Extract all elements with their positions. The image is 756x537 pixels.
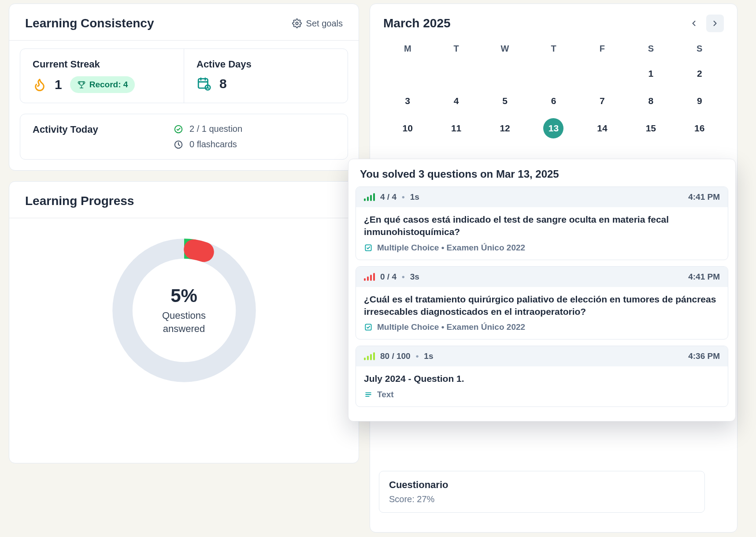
gear-icon <box>292 19 302 28</box>
calendar-day[interactable]: 6 <box>543 91 563 111</box>
calendar-dow: T <box>529 40 578 60</box>
active-days-cell: Active Days 8 <box>184 49 348 103</box>
quiz-result-sub: Score: 27% <box>389 494 695 504</box>
question-card[interactable]: 0 / 4 • 3s 4:41 PM ¿Cuál es el tratamien… <box>356 266 728 340</box>
calendar-dow: W <box>481 40 529 60</box>
question-header: 0 / 4 • 3s 4:41 PM <box>356 267 728 287</box>
checkbox-icon <box>364 243 373 252</box>
question-score: 4 / 4 <box>380 192 397 202</box>
question-duration: 3s <box>410 272 419 282</box>
calendar-day[interactable]: 15 <box>641 118 661 138</box>
active-days-label: Active Days <box>196 59 335 70</box>
question-meta: Multiple Choice • Examen Único 2022 <box>377 322 525 332</box>
question-title: July 2024 - Question 1. <box>364 373 720 385</box>
current-streak-label: Current Streak <box>33 59 171 70</box>
current-streak-cell: Current Streak 1 Record: 4 <box>20 49 184 103</box>
current-streak-value: 1 <box>55 77 62 92</box>
question-card[interactable]: 80 / 100 • 1s 4:36 PM July 2024 - Questi… <box>356 346 728 406</box>
text-icon <box>364 390 373 399</box>
activity-today-card: Activity Today 2 / 1 question 0 flashcar… <box>20 114 348 160</box>
calendar-day[interactable]: 16 <box>689 118 710 138</box>
activity-flashcards-line: 0 flashcards <box>174 139 242 149</box>
svg-rect-1 <box>198 79 208 88</box>
question-score: 0 / 4 <box>380 272 397 282</box>
chevron-right-icon <box>711 19 719 28</box>
calendar-cell[interactable]: 12 <box>481 115 529 142</box>
question-time: 4:36 PM <box>688 351 720 361</box>
calendar-cell[interactable]: 4 <box>432 87 480 115</box>
question-header: 4 / 4 • 1s 4:41 PM <box>356 187 728 207</box>
clock-icon <box>174 140 183 149</box>
calendar-day[interactable]: 2 <box>689 63 710 84</box>
calendar-cell[interactable]: 3 <box>383 87 432 115</box>
consistency-title: Learning Consistency <box>25 16 154 30</box>
progress-title: Learning Progress <box>25 194 134 208</box>
calendar-day[interactable]: 14 <box>592 118 612 138</box>
calendar-cell[interactable]: 1 <box>626 60 675 87</box>
question-header: 80 / 100 • 1s 4:36 PM <box>356 346 728 366</box>
calendar-cell[interactable]: 2 <box>675 60 724 87</box>
quiz-result-card[interactable]: Cuestionario Score: 27% <box>379 471 705 513</box>
activity-questions-line: 2 / 1 question <box>174 124 242 134</box>
calendar-day[interactable]: 5 <box>495 91 515 111</box>
calendar-cell[interactable]: 15 <box>626 115 675 142</box>
calendar-day[interactable]: 7 <box>592 91 612 111</box>
calendar-cell[interactable]: 6 <box>529 87 578 115</box>
question-meta: Text <box>377 390 394 399</box>
activity-today-label: Activity Today <box>33 124 156 135</box>
calendar-day[interactable]: 12 <box>495 118 515 138</box>
calendar-day[interactable]: 10 <box>397 118 418 138</box>
record-label: Record: 4 <box>89 80 128 90</box>
calendar-title: March 2025 <box>383 16 451 30</box>
day-activity-popover: You solved 3 questions on Mar 13, 2025 4… <box>348 159 736 421</box>
calendar-dow: M <box>383 40 432 60</box>
calendar-cell[interactable]: 11 <box>432 115 480 142</box>
calendar-dow: T <box>432 40 480 60</box>
calendar-day[interactable]: 1 <box>641 63 661 84</box>
svg-point-0 <box>296 22 298 25</box>
trophy-icon <box>77 80 86 89</box>
progress-percent: 5% <box>170 285 197 306</box>
calendar-cell[interactable]: 9 <box>675 87 724 115</box>
question-title: ¿En qué casos está indicado el test de s… <box>364 213 720 239</box>
set-goals-button[interactable]: Set goals <box>292 19 343 29</box>
active-days-value: 8 <box>219 76 227 91</box>
record-badge: Record: 4 <box>70 76 135 93</box>
question-time: 4:41 PM <box>688 272 720 282</box>
calendar-day[interactable]: 3 <box>397 91 418 111</box>
calendar-cell[interactable]: 8 <box>626 87 675 115</box>
calendar-cell[interactable]: 13 <box>529 115 578 142</box>
calendar-dow: S <box>626 40 675 60</box>
consistency-card: Learning Consistency Set goals Current S… <box>9 4 359 171</box>
progress-subtitle: Questions answered <box>162 309 206 335</box>
calendar-day[interactable]: 9 <box>689 91 710 111</box>
calendar-cell[interactable]: 16 <box>675 115 724 142</box>
calendar-cell[interactable]: 10 <box>383 115 432 142</box>
calendar-day[interactable]: 11 <box>446 118 467 138</box>
calendar-cell <box>481 60 529 87</box>
calendar-cell[interactable]: 7 <box>578 87 626 115</box>
check-circle-icon <box>174 124 183 134</box>
question-card[interactable]: 4 / 4 • 1s 4:41 PM ¿En qué casos está in… <box>356 186 728 260</box>
question-time: 4:41 PM <box>688 192 720 202</box>
question-meta: Multiple Choice • Examen Único 2022 <box>377 243 525 253</box>
question-duration: 1s <box>424 351 433 361</box>
calendar-cell[interactable]: 5 <box>481 87 529 115</box>
signal-icon <box>364 193 375 201</box>
quiz-result-title: Cuestionario <box>389 479 695 491</box>
calendar-next-button[interactable] <box>706 15 724 32</box>
signal-icon <box>364 273 375 281</box>
flame-icon <box>33 78 47 92</box>
popover-title: You solved 3 questions on Mar 13, 2025 <box>356 165 728 186</box>
progress-card: Learning Progress 5% <box>9 181 359 463</box>
calendar-day[interactable]: 13 <box>543 118 563 138</box>
calendar-cell[interactable]: 14 <box>578 115 626 142</box>
calendar-cell <box>383 60 432 87</box>
calendar-day[interactable]: 8 <box>641 91 661 111</box>
calendar-dow: S <box>675 40 724 60</box>
calendar-day[interactable]: 4 <box>446 91 467 111</box>
calendar-cell <box>578 60 626 87</box>
question-duration: 1s <box>410 192 419 202</box>
calendar-prev-button[interactable] <box>685 15 703 32</box>
question-title: ¿Cuál es el tratamiento quirúrgico palia… <box>364 293 720 318</box>
